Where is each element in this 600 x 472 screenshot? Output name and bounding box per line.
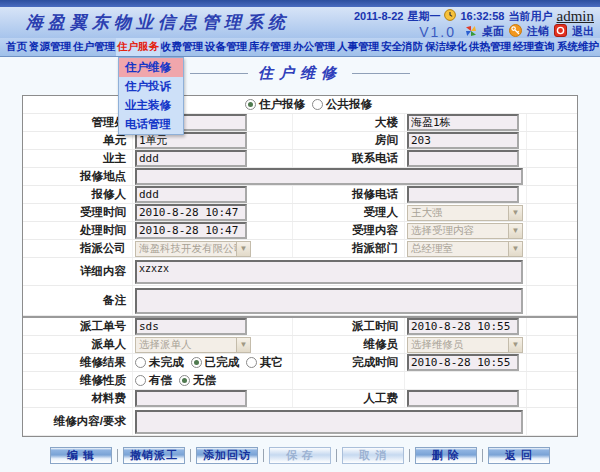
submenu-item-resident-complaint[interactable]: 住户投诉 — [119, 77, 183, 96]
submenu-item-owner-decoration[interactable]: 业主装修 — [119, 96, 183, 115]
button-separator — [336, 449, 337, 462]
exit-link[interactable]: 退出 — [572, 24, 594, 39]
accept-time-label: 受理时间 — [80, 205, 126, 220]
logout-key-icon[interactable] — [509, 24, 522, 39]
acceptor-label: 受理人 — [364, 205, 399, 220]
menu-item-inventory-mgmt[interactable]: 库存管理 — [248, 38, 292, 56]
form-row: 受理时间 受理人 王大强 ▼ — [23, 204, 577, 222]
finish-time-label: 完成时间 — [352, 355, 398, 370]
button-separator — [409, 449, 410, 462]
add-followup-button[interactable]: 添加回访 — [196, 447, 258, 464]
resident-repair-radio-label: 住户报修 — [259, 97, 305, 112]
accept-time-input[interactable] — [135, 204, 247, 221]
remark-label: 备注 — [103, 293, 126, 308]
menu-item-equipment-mgmt[interactable]: 设备管理 — [204, 38, 248, 56]
contact-phone-input[interactable] — [407, 150, 519, 167]
window-top-strip — [0, 0, 600, 7]
finish-time-input[interactable] — [407, 354, 519, 371]
building-label: 大楼 — [375, 115, 398, 130]
form-row: 业主 联系电话 — [23, 150, 577, 168]
cancel-button[interactable]: 取 消 — [342, 447, 404, 464]
menu-item-fee-mgmt[interactable]: 收费管理 — [160, 38, 204, 56]
header-status-line2: V1.0 桌面 注销 退出 — [354, 24, 594, 39]
menu-item-home[interactable]: 首页 — [5, 38, 28, 56]
button-separator — [117, 449, 118, 462]
menu-item-resident-mgmt[interactable]: 住户管理 — [72, 38, 116, 56]
form-row: 备注 — [23, 286, 577, 316]
menu-item-manager-query[interactable]: 经理查询 — [512, 38, 556, 56]
nature-free-radio[interactable] — [179, 375, 190, 386]
logout-link[interactable]: 注销 — [527, 24, 549, 39]
button-separator — [482, 449, 483, 462]
menu-item-office-mgmt[interactable]: 办公管理 — [292, 38, 336, 56]
owner-input[interactable] — [135, 150, 247, 167]
menu-item-resident-service[interactable]: 住户服务 — [116, 38, 160, 56]
desktop-pinwheel-icon[interactable] — [465, 25, 477, 39]
chevron-down-icon: ▼ — [508, 242, 522, 256]
nature-free-label: 无偿 — [193, 373, 216, 388]
repair-form: 住户报修 公共报修 管理处 大楼 单元 房间 业主 联系电话 报修地点 报修人 … — [22, 95, 578, 437]
return-button[interactable]: 返 回 — [488, 447, 550, 464]
unit-label: 单元 — [103, 133, 126, 148]
building-input[interactable] — [407, 114, 519, 131]
delete-button[interactable]: 删 除 — [415, 447, 477, 464]
reporter-input[interactable] — [135, 186, 247, 203]
date-text: 2011-8-22 — [354, 10, 404, 22]
detail-textarea[interactable]: xzxzx — [135, 260, 523, 284]
menu-item-cleaning-greening[interactable]: 保洁绿化 — [424, 38, 468, 56]
public-repair-radio-label: 公共报修 — [326, 97, 372, 112]
process-time-input[interactable] — [135, 222, 247, 239]
menu-item-safety-fire[interactable]: 安全消防 — [380, 38, 424, 56]
current-user-link[interactable]: admin — [557, 8, 595, 25]
form-row: 处理时间 受理内容 选择受理内容 ▼ — [23, 222, 577, 240]
weekday-text: 星期一 — [407, 9, 440, 24]
result-unfinished-radio[interactable] — [135, 357, 146, 368]
accept-content-select[interactable]: 选择受理内容 ▼ — [407, 223, 523, 239]
detail-label: 详细内容 — [80, 264, 126, 279]
dispatch-time-label: 派工时间 — [352, 319, 398, 334]
menu-item-hr-mgmt[interactable]: 人事管理 — [336, 38, 380, 56]
acceptor-select[interactable]: 王大强 ▼ — [407, 205, 523, 221]
result-unfinished-label: 未完成 — [149, 355, 184, 370]
work-order-no-input[interactable] — [135, 318, 247, 335]
nature-paid-radio[interactable] — [135, 375, 146, 386]
room-input[interactable] — [407, 132, 519, 149]
exit-stop-icon[interactable] — [554, 24, 567, 39]
dispatch-time-input[interactable] — [407, 318, 519, 335]
assign-company-select[interactable]: 海盈科技开发有限公司 ▼ — [135, 241, 251, 257]
form-row: 材料费 人工费 — [23, 390, 577, 408]
form-row: 单元 房间 — [23, 132, 577, 150]
clock-icon — [444, 9, 456, 23]
result-finished-radio[interactable] — [191, 357, 202, 368]
form-row: 维修结果 未完成 已完成 其它 完成时间 — [23, 354, 577, 372]
menu-item-resource-mgmt[interactable]: 资源管理 — [28, 38, 72, 56]
report-phone-input[interactable] — [407, 186, 519, 203]
edit-button[interactable]: 编 辑 — [50, 447, 112, 464]
repair-content-textarea[interactable] — [135, 410, 523, 434]
cancel-dispatch-button[interactable]: 撤销派工 — [123, 447, 185, 464]
menu-item-system-maintenance[interactable]: 系统维护 — [556, 38, 600, 56]
reporter-label: 报修人 — [92, 187, 127, 202]
material-fee-input[interactable] — [135, 390, 247, 407]
dispatcher-select[interactable]: 选择派单人 ▼ — [135, 337, 251, 353]
repairman-select[interactable]: 选择维修员 ▼ — [407, 337, 523, 353]
button-separator — [263, 449, 264, 462]
submenu-item-phone-mgmt[interactable]: 电话管理 — [119, 115, 183, 134]
public-repair-radio[interactable] — [312, 99, 323, 110]
menu-item-heating-mgmt[interactable]: 供热管理 — [468, 38, 512, 56]
desktop-link[interactable]: 桌面 — [482, 24, 504, 39]
repair-nature-label: 维修性质 — [80, 373, 126, 388]
submenu-item-resident-repair[interactable]: 住户维修 — [119, 58, 183, 77]
remark-textarea[interactable] — [135, 288, 523, 314]
result-other-radio[interactable] — [246, 357, 257, 368]
resident-repair-radio[interactable] — [245, 99, 256, 110]
save-button[interactable]: 保 存 — [269, 447, 331, 464]
labor-fee-input[interactable] — [407, 390, 519, 407]
nature-paid-label: 有偿 — [149, 373, 172, 388]
form-row: 派单人 选择派单人 ▼ 维修员 选择维修员 ▼ — [23, 336, 577, 354]
current-user-label: 当前用户 — [509, 9, 553, 24]
assign-dept-select[interactable]: 总经理室 ▼ — [407, 241, 523, 257]
form-row: 派工单号 派工时间 — [23, 318, 577, 336]
repair-location-input[interactable] — [135, 168, 523, 185]
form-row: 详细内容 xzxzx — [23, 258, 577, 286]
